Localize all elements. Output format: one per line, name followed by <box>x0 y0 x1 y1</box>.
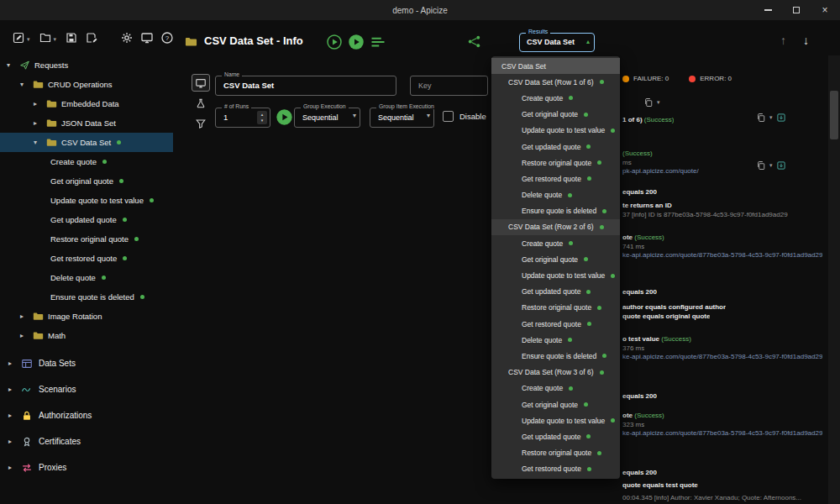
dropdown-item-update-quote-to-test-value[interactable]: Update quote to test value <box>491 123 620 139</box>
chevron-down-icon[interactable]: ▾ <box>54 36 57 43</box>
dropdown-item-get-updated-quote[interactable]: Get updated quote <box>491 139 620 155</box>
dropdown-item-get-original-quote[interactable]: Get original quote <box>491 251 620 267</box>
results-scrollbar[interactable] <box>828 55 840 504</box>
tree-item-ensure-quote-is-deleted[interactable]: Ensure quote is deleted <box>0 287 173 307</box>
tree-item-image-rotation[interactable]: ▸Image Rotation <box>0 307 173 326</box>
next-result-button[interactable]: ↓ <box>803 34 809 47</box>
dropdown-item-update-quote-to-test-value[interactable]: Update quote to test value <box>491 412 620 428</box>
export-icon[interactable] <box>776 113 786 123</box>
chevron-right-icon[interactable]: ▸ <box>20 312 33 320</box>
tree-item-math[interactable]: ▸Math <box>0 326 173 345</box>
dropdown-item-ensure-quote-is-deleted[interactable]: Ensure quote is deleted <box>491 348 620 364</box>
export-icon[interactable] <box>776 160 786 171</box>
dropdown-item-delete-quote[interactable]: Delete quote <box>491 187 620 203</box>
dropdown-item-create-quote[interactable]: Create quote <box>491 381 620 396</box>
new-request-button[interactable] <box>8 28 29 48</box>
dropdown-item-create-quote[interactable]: Create quote <box>491 90 620 106</box>
results-select[interactable]: Results CSV Data Set ▴ <box>519 33 595 52</box>
dropdown-item-restore-original-quote[interactable]: Restore original quote <box>491 445 620 461</box>
display-settings-button[interactable] <box>137 28 157 48</box>
dropdown-item-create-quote[interactable]: Create quote <box>491 235 620 251</box>
copy-icon[interactable] <box>756 113 766 123</box>
open-workbook-button[interactable] <box>35 28 55 48</box>
tree-item-get-restored-quote[interactable]: Get restored quote <box>0 249 173 268</box>
dropdown-item-get-updated-quote[interactable]: Get updated quote <box>491 428 620 444</box>
run-filled-button[interactable] <box>348 34 365 50</box>
tree-item-delete-quote[interactable]: Delete quote <box>0 268 173 287</box>
chevron-down-icon[interactable]: ▾ <box>20 81 33 88</box>
chevron-right-icon[interactable]: ▸ <box>34 100 46 108</box>
dropdown-item-restore-original-quote[interactable]: Restore original quote <box>491 155 620 171</box>
sidebar-item-proxies[interactable]: ▸Proxies <box>0 454 173 480</box>
tree-item-csv-data-set[interactable]: ▾CSV Data Set <box>0 133 173 152</box>
public-toggle-button[interactable] <box>467 34 481 51</box>
group-execution-select[interactable]: Group Execution Sequential ▾ <box>294 108 360 128</box>
dropdown-item-csv-data-set-row-2-of-6[interactable]: CSV Data Set (Row 2 of 6) <box>491 219 620 235</box>
runs-field[interactable]: # of Runs 1 ▴▾ <box>215 108 270 128</box>
previous-result-button[interactable]: ↑ <box>780 34 786 47</box>
chevron-down-icon[interactable]: ▾ <box>7 61 19 69</box>
sidebar-item-data-sets[interactable]: ▸Data Sets <box>0 350 173 376</box>
info-tab-button[interactable] <box>192 74 210 92</box>
run-group-button[interactable] <box>276 108 293 126</box>
copy-icon[interactable] <box>643 97 654 108</box>
sidebar-item-certificates[interactable]: ▸Certificates <box>0 428 173 454</box>
tree-item-create-quote[interactable]: Create quote <box>0 152 173 171</box>
chevron-right-icon[interactable]: ▸ <box>8 464 21 471</box>
sidebar-item-authorizations[interactable]: ▸Authorizations <box>0 402 173 428</box>
chevron-right-icon[interactable]: ▸ <box>8 438 21 445</box>
copy-icon[interactable] <box>756 160 766 171</box>
chevron-down-icon[interactable]: ▾ <box>769 162 773 169</box>
run-outline-button[interactable] <box>326 34 343 50</box>
dropdown-item-get-restored-quote[interactable]: Get restored quote <box>491 461 620 477</box>
tree-item-get-updated-quote[interactable]: Get updated quote <box>0 210 173 229</box>
dropdown-item-get-original-quote[interactable]: Get original quote <box>491 107 620 123</box>
parameters-tab-button[interactable] <box>192 114 210 132</box>
key-field[interactable]: Key <box>410 76 488 96</box>
run-summary-button[interactable] <box>370 34 386 50</box>
dropdown-item-csv-data-set[interactable]: CSV Data Set <box>491 58 620 74</box>
dropdown-item-csv-data-set-row-1-of-6[interactable]: CSV Data Set (Row 1 of 6) <box>491 74 620 90</box>
runs-stepper[interactable]: ▴▾ <box>257 111 267 124</box>
tree-item-get-original-quote[interactable]: Get original quote <box>0 171 173 191</box>
minimize-button[interactable] <box>763 5 773 15</box>
dropdown-item-restore-original-quote[interactable]: Restore original quote <box>491 300 620 316</box>
scrollbar-thumb[interactable] <box>830 91 838 139</box>
stepper-up-icon[interactable]: ▴ <box>261 112 264 118</box>
dropdown-item-ensure-quote-is-deleted[interactable]: Ensure quote is deleted <box>491 203 620 219</box>
tree-item-update-quote-to-test-value[interactable]: Update quote to test value <box>0 191 173 210</box>
chevron-right-icon[interactable]: ▸ <box>8 360 21 367</box>
dropdown-item-get-updated-quote[interactable]: Get updated quote <box>491 284 620 300</box>
chevron-right-icon[interactable]: ▸ <box>8 412 21 419</box>
chevron-right-icon[interactable]: ▸ <box>8 386 21 393</box>
dropdown-item-csv-data-set-row-3-of-6[interactable]: CSV Data Set (Row 3 of 6) <box>491 365 620 381</box>
tree-item-restore-original-quote[interactable]: Restore original quote <box>0 229 173 249</box>
tree-item-embedded-data[interactable]: ▸Embedded Data <box>0 94 173 113</box>
save-workbook-as-button[interactable] <box>81 28 102 48</box>
scenario-tab-button[interactable] <box>192 94 210 112</box>
group-item-execution-select[interactable]: Group Item Execution Sequential ▾ <box>370 108 434 128</box>
dropdown-item-get-restored-quote[interactable]: Get restored quote <box>491 316 620 332</box>
chevron-down-icon[interactable]: ▾ <box>769 114 773 121</box>
settings-button[interactable] <box>117 28 137 48</box>
help-button[interactable]: ? <box>157 28 177 48</box>
disable-checkbox[interactable] <box>443 111 454 122</box>
dropdown-item-update-quote-to-test-value[interactable]: Update quote to test value <box>491 267 620 283</box>
tree-item-requests[interactable]: ▾Requests <box>0 55 173 75</box>
chevron-down-icon[interactable]: ▾ <box>657 99 660 106</box>
chevron-right-icon[interactable]: ▸ <box>20 332 33 339</box>
save-workbook-button[interactable] <box>61 28 81 48</box>
chevron-down-icon[interactable]: ▾ <box>34 139 46 146</box>
dropdown-item-delete-quote[interactable]: Delete quote <box>491 332 620 348</box>
dropdown-item-get-restored-quote[interactable]: Get restored quote <box>491 171 620 186</box>
close-button[interactable]: × <box>820 5 830 15</box>
maximize-button[interactable] <box>791 5 801 15</box>
chevron-down-icon[interactable]: ▾ <box>27 36 30 43</box>
dropdown-item-get-original-quote[interactable]: Get original quote <box>491 396 620 412</box>
tree-item-crud-operations[interactable]: ▾CRUD Operations <box>0 75 173 94</box>
chevron-right-icon[interactable]: ▸ <box>34 119 46 127</box>
name-field[interactable]: Name CSV Data Set <box>215 76 396 96</box>
tree-item-json-data-set[interactable]: ▸JSON Data Set <box>0 113 173 133</box>
sidebar-item-scenarios[interactable]: ▸Scenarios <box>0 376 173 402</box>
stepper-down-icon[interactable]: ▾ <box>261 118 264 123</box>
